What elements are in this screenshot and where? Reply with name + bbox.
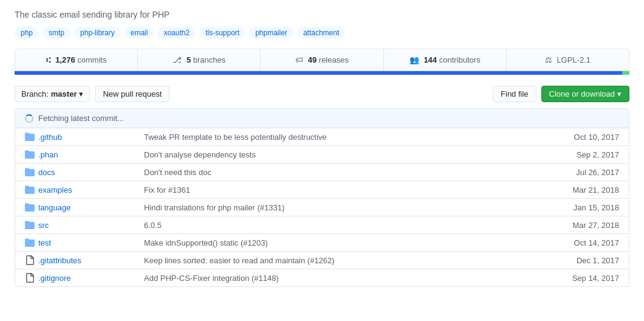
table-row: docs Don't need this doc Jul 26, 2017 [15,164,629,181]
file-commit-message: Fix for #1361 [134,185,546,195]
file-name-link[interactable]: .gitignore [25,273,134,283]
file-commit-message: Don't analyse dependency tests [134,150,546,159]
stats-section: ⑆ 1,276 commits ⎇ 5 branches 🏷 49 releas… [15,49,629,75]
file-commit-message: 6.0.5 [134,221,546,230]
releases-icon: 🏷 [295,55,303,64]
stats-bar: ⑆ 1,276 commits ⎇ 5 branches 🏷 49 releas… [15,49,629,71]
branches-count: 5 [187,55,191,64]
file-commit-message: Add PHP-CS-Fixer integration (#1148) [134,274,546,283]
branch-name: master [51,89,77,98]
contributors-icon: 👥 [409,55,419,64]
file-name-text: test [38,238,51,247]
file-name-link[interactable]: .phan [25,150,134,159]
topic-tls-support[interactable]: tls-support [199,27,245,39]
file-name-link[interactable]: .gitattributes [25,255,134,265]
file-icon [25,255,35,265]
topic-xoauth2[interactable]: xoauth2 [157,27,196,39]
table-row: .gitignore Add PHP-CS-Fixer integration … [15,269,629,286]
file-name-link[interactable]: language [25,202,134,212]
clone-label: Clone or download [549,89,615,98]
branches-icon: ⎇ [173,55,182,64]
license-icon: ⚖ [545,55,552,64]
topic-email[interactable]: email [125,27,154,39]
file-name-text: .phan [38,150,58,159]
table-row: src 6.0.5 Mar 27, 2018 [15,216,629,234]
file-commit-message: Make idnSupported() static (#1203) [134,238,546,247]
file-name-text: examples [38,185,72,195]
commits-count: 1,276 [55,55,75,64]
file-date: Jan 15, 2018 [546,203,619,212]
topic-attachment[interactable]: attachment [297,27,345,39]
file-date: Sep 2, 2017 [546,150,619,159]
file-name-text: src [38,221,49,230]
commit-header: Fetching latest commit... [15,109,629,128]
file-name-text: .gitattributes [38,256,81,265]
folder-icon [25,220,35,230]
file-commit-message: Tweak PR template to be less potentially… [134,133,546,142]
toolbar-right: Find file Clone or download ▾ [493,86,629,102]
topic-smtp[interactable]: smtp [43,27,70,39]
find-file-button[interactable]: Find file [493,86,536,102]
file-date: Mar 21, 2018 [546,185,619,195]
releases-label: releases [319,55,349,64]
file-table: Fetching latest commit... .github Tweak … [15,108,629,287]
file-commit-message: Keep lines sorted: easier to read and ma… [134,256,546,265]
language-progress-bar [15,71,629,75]
branch-label: Branch: [21,89,49,98]
new-pull-request-button[interactable]: New pull request [95,86,170,102]
file-date: Sep 14, 2017 [546,274,619,283]
table-row: .github Tweak PR template to be less pot… [15,128,629,146]
table-row: language Hindi translations for php mail… [15,199,629,216]
stat-releases[interactable]: 🏷 49 releases [261,49,383,71]
table-row: .phan Don't analyse dependency tests Sep… [15,146,629,164]
toolbar: Branch: master ▾ New pull request Find f… [15,80,629,108]
folder-icon [25,150,35,159]
chevron-down-icon: ▾ [79,89,83,98]
file-name-link[interactable]: test [25,238,134,247]
file-name-text: .github [38,133,62,142]
file-commit-message: Don't need this doc [134,168,546,177]
file-name-link[interactable]: .github [25,132,134,142]
chevron-down-icon: ▾ [617,89,622,98]
contributors-count: 144 [423,55,437,64]
file-date: Oct 14, 2017 [546,238,619,247]
contributors-label: contributors [439,55,481,64]
file-rows-container: .github Tweak PR template to be less pot… [15,128,629,286]
stat-branches[interactable]: ⎇ 5 branches [138,49,261,71]
stat-license[interactable]: ⚖ LGPL-2.1 [507,49,629,71]
folder-icon [25,238,35,247]
stat-contributors[interactable]: 👥 144 contributors [384,49,507,71]
releases-count: 49 [308,55,317,64]
file-date: Oct 10, 2017 [546,133,619,142]
stat-commits[interactable]: ⑆ 1,276 commits [15,49,138,71]
file-name-text: .gitignore [38,274,70,283]
topic-php[interactable]: php [15,27,39,39]
topics-list: phpsmtpphp-libraryemailxoauth2tls-suppor… [15,27,629,39]
toolbar-left: Branch: master ▾ New pull request [15,86,170,102]
commit-header-text: Fetching latest commit... [38,114,124,123]
folder-icon [25,167,35,177]
table-row: examples Fix for #1361 Mar 21, 2018 [15,181,629,199]
clone-or-download-button[interactable]: Clone or download ▾ [541,86,629,102]
commits-label: commits [77,55,106,64]
repo-description: The classic email sending library for PH… [15,10,629,19]
folder-icon [25,185,35,195]
file-name-link[interactable]: examples [25,185,134,195]
folder-icon [25,132,35,142]
table-row: test Make idnSupported() static (#1203) … [15,234,629,252]
file-name-link[interactable]: src [25,220,134,230]
loading-spinner-icon [25,114,33,123]
file-date: Mar 27, 2018 [546,221,619,230]
file-icon [25,273,35,283]
file-date: Dec 1, 2017 [546,256,619,265]
folder-icon [25,202,35,212]
file-date: Jul 26, 2017 [546,168,619,177]
topic-php-library[interactable]: php-library [74,27,121,39]
license-label: LGPL-2.1 [557,55,591,64]
topic-phpmailer[interactable]: phpmailer [249,27,293,39]
branch-selector[interactable]: Branch: master ▾ [15,86,90,102]
file-name-text: language [38,203,71,212]
table-row: .gitattributes Keep lines sorted: easier… [15,252,629,269]
commits-icon: ⑆ [46,55,51,64]
file-name-link[interactable]: docs [25,167,134,177]
